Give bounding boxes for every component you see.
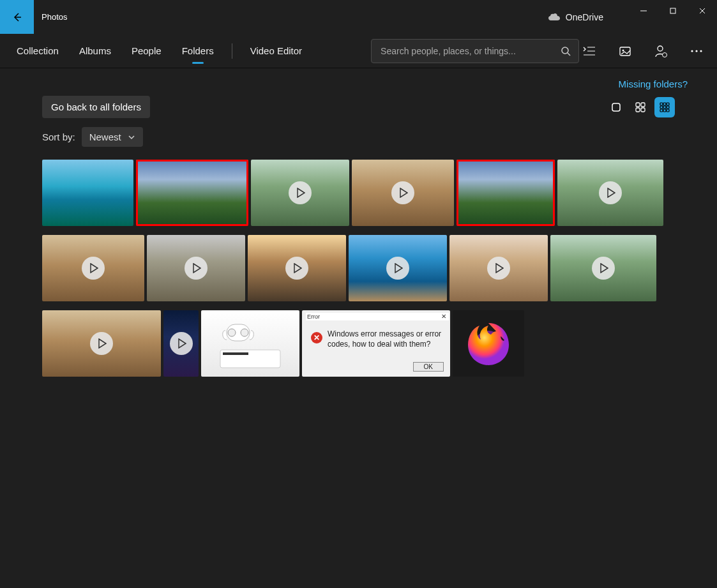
svg-rect-24 <box>667 103 669 105</box>
svg-rect-19 <box>641 103 645 107</box>
svg-rect-17 <box>612 103 620 111</box>
title-bar: Photos OneDrive <box>0 0 717 34</box>
chevron-down-icon <box>128 135 135 140</box>
night-concert-video[interactable] <box>163 310 199 377</box>
play-icon <box>592 257 615 280</box>
sort-value: Newest <box>89 132 121 142</box>
svg-rect-21 <box>641 108 645 112</box>
pier-sunset-video[interactable] <box>248 235 346 301</box>
play-icon <box>285 257 308 280</box>
svg-rect-2 <box>670 8 675 13</box>
toolbar-divider <box>232 43 232 59</box>
tab-people[interactable]: People <box>123 40 170 61</box>
svg-point-34 <box>228 329 236 336</box>
firefox-logo-photo[interactable] <box>453 310 524 377</box>
tab-albums[interactable]: Albums <box>70 40 120 61</box>
svg-rect-23 <box>663 103 666 105</box>
view-large-grid-button[interactable] <box>630 97 651 117</box>
view-toggle-group <box>606 97 675 117</box>
couple-selfie-video-2[interactable] <box>42 235 144 301</box>
back-to-folders-button[interactable]: Go back to all folders <box>42 96 150 118</box>
play-icon <box>185 257 208 280</box>
tab-collection[interactable]: Collection <box>8 40 68 61</box>
onedrive-button[interactable]: OneDrive <box>548 12 603 22</box>
play-icon <box>90 332 113 355</box>
mountain-hiker-photo[interactable] <box>136 160 248 226</box>
close-button[interactable] <box>688 1 717 21</box>
back-arrow-icon <box>11 11 24 24</box>
select-icon[interactable] <box>582 43 597 59</box>
cloud-icon <box>548 13 561 22</box>
error-close-x: ✕ <box>441 313 446 320</box>
search-icon[interactable] <box>561 46 571 56</box>
minimize-button[interactable] <box>629 1 658 21</box>
window-controls <box>629 13 717 21</box>
onedrive-label: OneDrive <box>566 12 603 22</box>
svg-rect-30 <box>667 109 669 112</box>
play-icon <box>289 181 312 204</box>
tab-video-editor[interactable]: Video Editor <box>241 40 311 61</box>
svg-point-14 <box>691 50 693 52</box>
svg-point-35 <box>241 329 248 336</box>
svg-point-5 <box>562 47 568 54</box>
play-icon <box>391 181 414 204</box>
svg-rect-29 <box>663 109 666 112</box>
search-box[interactable] <box>371 39 579 63</box>
play-icon <box>170 332 193 355</box>
svg-rect-18 <box>636 103 640 107</box>
svg-rect-25 <box>660 106 663 109</box>
man-forest-video-2[interactable] <box>557 160 663 226</box>
back-button[interactable] <box>0 0 34 34</box>
svg-rect-32 <box>223 352 248 355</box>
more-icon[interactable] <box>689 43 704 59</box>
svg-point-15 <box>695 50 697 52</box>
error-text: Windows error messages or error codes, h… <box>328 329 444 349</box>
sort-dropdown[interactable]: Newest <box>82 127 143 147</box>
couple-selfie-video-3[interactable] <box>42 310 161 377</box>
view-small-grid-button[interactable] <box>654 97 675 117</box>
tab-folders[interactable]: Folders <box>173 40 223 61</box>
thumbnail-grid: Error✕✕Windows error messages or error c… <box>42 160 675 377</box>
play-icon <box>82 257 105 280</box>
play-icon <box>599 181 622 204</box>
svg-point-13 <box>663 52 667 57</box>
error-title: Error <box>306 313 449 320</box>
missing-folders-link[interactable]: Missing folders? <box>42 79 688 89</box>
maximize-button[interactable] <box>658 1 688 21</box>
couple-selfie-video[interactable] <box>352 160 454 226</box>
mountain-hiker-photo-2[interactable] <box>457 160 555 226</box>
svg-point-11 <box>623 49 624 51</box>
error-x-icon: ✕ <box>311 332 322 343</box>
svg-rect-28 <box>660 109 663 112</box>
error-ok-button: OK <box>413 362 444 372</box>
import-icon[interactable] <box>617 43 633 59</box>
beach-arch-video[interactable] <box>349 235 447 301</box>
hot-air-balloons-video[interactable] <box>449 235 548 301</box>
svg-line-6 <box>568 53 570 56</box>
error-dialog-screenshot[interactable]: Error✕✕Windows error messages or error c… <box>302 310 450 377</box>
man-forest-video[interactable] <box>251 160 349 226</box>
svg-rect-22 <box>660 103 663 105</box>
svg-point-16 <box>700 50 702 52</box>
lake-photo[interactable] <box>42 160 133 226</box>
svg-point-12 <box>658 46 663 51</box>
main-toolbar: Collection Albums People Folders Video E… <box>0 34 717 68</box>
svg-rect-20 <box>636 108 640 112</box>
xbox-console-photo[interactable] <box>201 310 299 377</box>
content-area: Missing folders? Go back to all folders <box>0 68 717 377</box>
svg-rect-26 <box>663 106 666 109</box>
play-icon <box>386 257 409 280</box>
big-ben-video[interactable] <box>147 235 245 301</box>
account-icon[interactable] <box>653 43 668 59</box>
sort-label: Sort by: <box>42 132 75 142</box>
play-icon <box>487 257 510 280</box>
man-forest-video-3[interactable] <box>550 235 656 301</box>
svg-rect-27 <box>667 106 669 109</box>
view-single-button[interactable] <box>606 97 626 117</box>
app-title: Photos <box>42 12 67 22</box>
search-input[interactable] <box>379 45 561 57</box>
